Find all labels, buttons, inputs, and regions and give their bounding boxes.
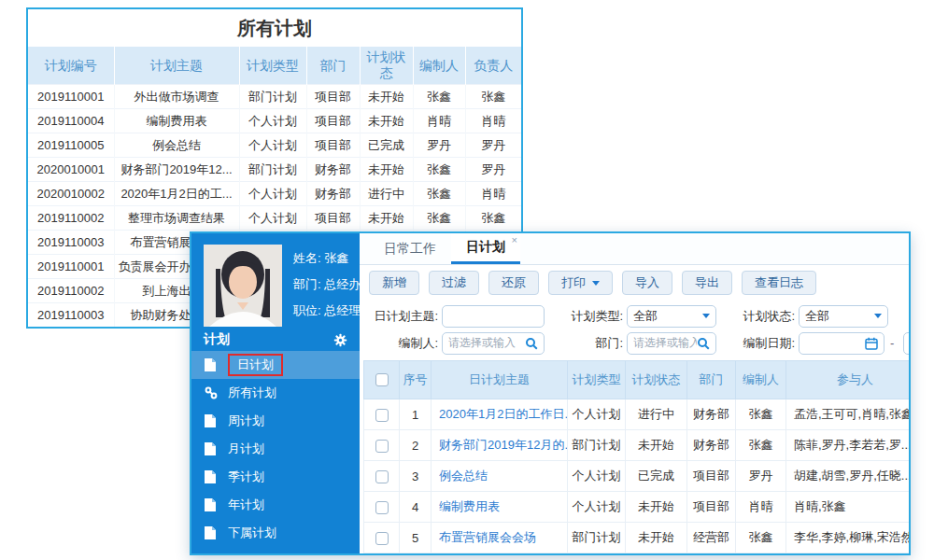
creator-cell: 张鑫 [736, 430, 786, 461]
profile-name: 姓名: 张鑫 [293, 250, 360, 267]
search-input[interactable]: 请选择或输入 [627, 332, 716, 355]
plan-type-cell: 个人计划 [568, 492, 626, 523]
sidebar-item[interactable]: 所有计划 [191, 379, 360, 407]
plan-type-cell: 个人计划 [568, 461, 626, 492]
subject-cell: 2020年1月2日的工作日... [432, 399, 568, 430]
sidebar-item[interactable]: 月计划 [191, 435, 360, 463]
calendar-icon[interactable] [865, 337, 878, 350]
select-dropdown[interactable]: 全部 [799, 305, 888, 328]
row-number-cell: 1 [400, 399, 432, 430]
cell: 项目部 [306, 85, 360, 109]
plan-subject-link[interactable]: 例会总结 [439, 469, 488, 483]
cell: 已完成 [360, 133, 413, 158]
button-label: 查看日志 [755, 274, 803, 291]
cell: 个人计划 [239, 109, 306, 133]
plan-subject-link[interactable]: 2020年1月2日的工作日... [439, 407, 568, 421]
tab-close-icon[interactable]: × [512, 234, 517, 245]
profile-position: 职位: 总经理 [293, 302, 360, 319]
button-label: 新增 [382, 274, 406, 291]
tab-label: 日常工作 [384, 241, 436, 258]
toolbar-button[interactable]: 打印 [548, 271, 613, 295]
search-icon[interactable] [697, 337, 710, 350]
subject-cell: 布置营销展会会场 [432, 523, 568, 553]
plan-subject-link[interactable]: 布置营销展会会场 [439, 530, 536, 544]
column-header: 负责人 [465, 47, 521, 85]
tab[interactable]: 日计划× [451, 233, 520, 264]
column-header: 日计划主题 [432, 361, 568, 399]
profile-photo [204, 245, 282, 327]
date-input-end[interactable] [903, 332, 909, 355]
cell: 个人计划 [239, 133, 306, 158]
caret-down-icon [702, 314, 710, 318]
select-dropdown[interactable]: 全部 [627, 305, 716, 328]
row-checkbox[interactable] [375, 470, 389, 483]
gear-icon[interactable] [333, 333, 347, 347]
row-number-cell: 3 [400, 461, 432, 492]
plan-status-cell: 未开始 [626, 492, 687, 523]
profile-department: 部门: 总经办 [293, 276, 360, 293]
search-input[interactable]: 请选择或输入 [442, 332, 545, 355]
column-header: 部门 [687, 361, 736, 399]
sidebar-section-label: 计划 [204, 331, 230, 348]
sidebar-item[interactable]: 下属计划 [191, 519, 360, 547]
cell [364, 492, 400, 523]
sidebar-item[interactable]: 日计划 [191, 351, 360, 379]
toolbar-button[interactable]: 导出 [682, 271, 732, 295]
sidebar-item-label: 季计划 [228, 469, 264, 485]
cell: 未开始 [360, 109, 413, 133]
toolbar-button[interactable]: 查看日志 [742, 271, 816, 295]
cell: 2019110002 [28, 279, 114, 303]
column-header: 参与人 [786, 361, 910, 399]
grid-body: 12020年1月2日的工作日...个人计划进行中财务部张鑫孟浩,王可可,肖晴,张… [364, 399, 910, 553]
filter-label: 编制人: [360, 335, 438, 352]
plan-status-cell: 未开始 [626, 523, 687, 553]
link-icon [205, 386, 219, 399]
plan-type-cell: 部门计划 [568, 523, 626, 553]
toolbar-button[interactable]: 导入 [622, 271, 672, 295]
filter-label: 计划类型: [545, 308, 623, 325]
text-input[interactable] [442, 305, 545, 328]
subject-cell: 编制费用表 [432, 492, 568, 523]
column-header: 部门 [306, 47, 360, 85]
tab-bar: 日常工作日计划× [360, 233, 909, 265]
plan-subject-link[interactable]: 财务部门2019年12月的... [439, 438, 568, 452]
sidebar-item-label: 周计划 [228, 413, 264, 429]
document-icon [205, 526, 219, 539]
sidebar-item[interactable]: 季计划 [191, 463, 360, 491]
cell: 例会总结 [114, 133, 239, 158]
sidebar-menu: 日计划所有计划周计划月计划季计划年计划下属计划 [191, 351, 360, 547]
cell [364, 399, 400, 430]
plan-type-cell: 个人计划 [568, 399, 626, 430]
row-checkbox[interactable] [375, 409, 389, 422]
sidebar-item-label: 下属计划 [228, 525, 276, 541]
button-label: 过滤 [442, 274, 466, 291]
sidebar-item[interactable]: 周计划 [191, 407, 360, 435]
filter-row-1: 日计划主题:计划类型:全部计划状态:全部计 [360, 302, 909, 329]
caret-down-icon [874, 314, 882, 318]
column-header: 计划编号 [28, 47, 114, 85]
cell: 财务部 [306, 158, 360, 182]
select-all-checkbox[interactable] [375, 373, 389, 386]
column-header: 计划状态 [626, 361, 687, 399]
filter-label: 编制日期: [716, 335, 795, 352]
cell: 张鑫 [413, 158, 465, 182]
sidebar-item[interactable]: 年计划 [191, 491, 360, 519]
button-label: 还原 [502, 274, 526, 291]
toolbar-button[interactable]: 过滤 [429, 271, 479, 295]
row-checkbox[interactable] [375, 440, 389, 453]
document-icon [205, 358, 219, 371]
search-icon[interactable] [525, 337, 538, 350]
column-header: 编制人 [736, 361, 786, 399]
cell: 张鑫 [465, 85, 521, 109]
tab[interactable]: 日常工作 [369, 233, 451, 264]
plan-subject-link[interactable]: 编制费用表 [439, 499, 500, 513]
row-checkbox[interactable] [375, 501, 389, 514]
document-icon [205, 498, 219, 511]
toolbar-button[interactable]: 新增 [369, 271, 419, 295]
row-checkbox[interactable] [375, 532, 389, 545]
date-input-start[interactable] [799, 332, 884, 355]
subject-cell: 例会总结 [432, 461, 568, 492]
document-icon [205, 442, 219, 455]
document-icon [205, 470, 219, 483]
toolbar-button[interactable]: 还原 [488, 271, 539, 295]
